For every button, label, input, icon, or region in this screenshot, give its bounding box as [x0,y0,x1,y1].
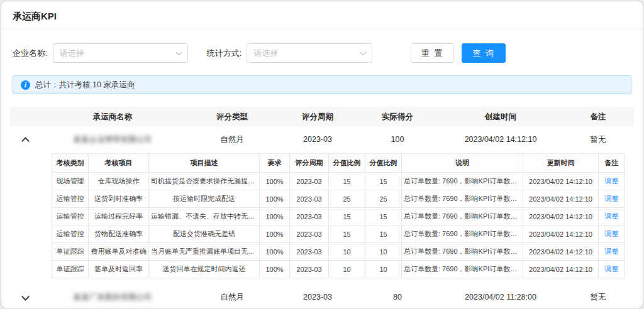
assess-item: 货物配送准确率 [89,225,149,243]
page-title: 承运商KPI [13,11,631,23]
detail-row: 单证跟踪 费用账单及对准确 当月账单无严重推漏账单项目无结算情况 100% 20… [52,243,625,261]
carrier-table-header: 承运商名称 评分类型 评分周期 实际得分 创建时间 备注 [10,107,634,127]
carrier-name: 某某广东医药有限公司 [40,292,185,303]
score-ratio-2: 10 [365,261,402,278]
assess-category: 单证跟踪 [52,243,89,261]
table-row: 某某广东医药有限公司 自然月 2023-03 80 2023/04/02 11:… [10,285,634,308]
update-time: 2023/04/02 14:12:10 [523,243,599,261]
adjust-link[interactable]: 调整 [605,247,619,255]
col-created-time: 创建时间 [439,112,562,122]
company-name-label: 企业名称: [13,48,48,59]
assess-category: 运输管控 [52,190,89,208]
carrier-name: 某某企业管理有限公司 [40,134,185,145]
col-carrier-name: 承运商名称 [40,112,185,122]
explanation: 总订单数量: 7690，影响KPI订单数量: 0 [402,243,523,261]
item-description: 司机提货是否按要求操作无漏提错提情况 [149,173,260,190]
assess-item: 运输过程完好率 [89,208,149,225]
update-time: 2023/04/02 14:12:10 [523,190,599,208]
stat-select-placeholder: 请选择 [253,48,278,59]
assess-item: 仓库现场操作 [89,173,149,190]
chevron-up-icon [21,137,30,145]
score-ratio-1: 10 [329,243,365,261]
requirement: 100% [260,261,290,278]
explanation: 总订单数量: 7690，影响KPI订单数量: 0 [402,208,523,225]
score-type: 自然月 [185,292,279,303]
explanation: 总订单数量: 7690，影响KPI订单数量: 0 [402,190,523,208]
detail-row: 运输管控 运输过程完好率 运输错漏、不遗失、存放中转无出现破损 100% 202… [52,208,625,225]
query-button[interactable]: 查 询 [462,43,506,63]
explanation: 总订单数量: 7690，影响KPI订单数量: 0 [402,225,523,243]
item-description: 运输错漏、不遗失、存放中转无出现破损 [149,208,260,225]
adjust-link[interactable]: 调整 [605,177,619,185]
dcol-score-period: 评分周期 [290,154,329,173]
dcol-update-time: 更新时间 [523,154,599,173]
score-ratio-2: 15 [365,225,402,243]
dcol-assess-item: 考核项目 [89,154,149,173]
score-period: 2023-03 [290,261,329,278]
detail-row: 单证跟踪 签单及时返回率 送货回单在规定时间内返还 100% 2023-03 1… [52,261,625,278]
remark: 暂无 [562,292,634,303]
dcol-remark: 备注 [599,154,625,173]
requirement: 100% [260,190,290,208]
update-time: 2023/04/02 14:12:10 [523,173,599,190]
score-type: 自然月 [185,134,279,145]
item-description: 配送交货准确无差错 [149,225,260,243]
actual-score: 100 [356,135,439,144]
assess-category: 运输管控 [52,225,89,243]
assess-category: 现场管理 [52,173,89,190]
dcol-score-ratio-1: 分值比例 [329,154,365,173]
item-description: 当月账单无严重推漏账单项目无结算情况 [149,243,260,261]
score-ratio-2: 15 [365,173,402,190]
item-description: 送货回单在规定时间内返还 [149,261,260,278]
collapse-row-button[interactable] [10,127,40,152]
remark: 暂无 [562,134,634,145]
dcol-explanation: 说明 [402,154,523,173]
requirement: 100% [260,208,290,225]
score-period: 2023-03 [279,135,356,144]
expand-row-button[interactable] [10,285,40,308]
adjust-link[interactable]: 调整 [605,212,619,220]
col-actual-score: 实际得分 [356,112,439,122]
explanation: 总订单数量: 7690，影响KPI订单数量: 0 [402,261,523,278]
update-time: 2023/04/02 14:12:10 [523,208,599,225]
score-ratio-1: 15 [329,225,365,243]
chevron-down-icon [21,293,30,301]
update-time: 2023/04/02 14:12:10 [523,261,599,278]
carrier-table: 承运商名称 评分类型 评分周期 实际得分 创建时间 备注 某某企业管理有限公司 … [10,107,634,308]
score-period: 2023-03 [290,173,329,190]
update-time: 2023/04/02 14:12:10 [523,225,599,243]
score-ratio-1: 15 [329,208,365,225]
chevron-down-icon [360,49,367,55]
score-ratio-1: 25 [329,190,365,208]
adjust-link[interactable]: 调整 [605,265,619,273]
score-period: 2023-03 [290,225,329,243]
kpi-detail-table: 考核类别 考核项目 项目描述 要求 评分周期 分值比例 分值比例 说明 更新时间… [52,153,625,278]
requirement: 100% [260,243,290,261]
detail-row: 运输管控 送货到时准确率 按运输时限完成配送 100% 2023-03 25 2… [52,190,625,208]
score-ratio-2: 15 [365,208,402,225]
score-ratio-1: 10 [329,261,365,278]
adjust-link[interactable]: 调整 [605,230,619,237]
adjust-link[interactable]: 调整 [605,195,619,202]
dcol-requirement: 要求 [260,154,290,173]
actual-score: 80 [356,293,439,301]
created-time: 2023/04/02 11:28:00 [439,293,562,301]
company-name-select[interactable]: 请选择 [53,43,188,63]
score-period: 2023-03 [290,190,329,208]
score-ratio-2: 10 [365,243,402,261]
detail-header-row: 考核类别 考核项目 项目描述 要求 评分周期 分值比例 分值比例 说明 更新时间… [52,154,625,173]
score-period: 2023-03 [290,243,329,261]
assess-item: 送货到时准确率 [89,190,149,208]
summary-alert-text: 总计：共计考核 10 家承运商 [35,80,135,90]
created-time: 2023/04/02 14:12:10 [439,135,562,144]
table-row: 某某企业管理有限公司 自然月 2023-03 100 2023/04/02 14… [10,127,634,152]
reset-button[interactable]: 重 置 [411,43,455,63]
explanation: 总订单数量: 7690，影响KPI订单数量: 0 [402,173,523,190]
requirement: 100% [260,173,290,190]
kpi-detail-panel: 考核类别 考核项目 项目描述 要求 评分周期 分值比例 分值比例 说明 更新时间… [52,153,625,278]
score-period: 2023-03 [279,293,356,301]
dcol-item-description: 项目描述 [149,154,260,173]
summary-alert: i 总计：共计考核 10 家承运商 [13,75,631,94]
stat-method-select[interactable]: 请选择 [247,43,372,63]
score-period: 2023-03 [290,208,329,225]
